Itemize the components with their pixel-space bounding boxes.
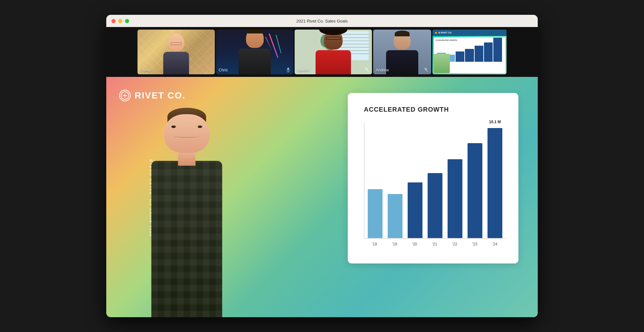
gloria-silhouette (160, 33, 192, 74)
lauren-name: Lauren (297, 68, 309, 72)
participant-tile-andrew[interactable]: Andrew (373, 30, 431, 74)
video-strip: Gloria Chris (106, 27, 538, 77)
mini-bar-6 (484, 42, 493, 62)
label-19: '19 (387, 242, 402, 246)
app-window: 2021 Rivet Co. Sales Goals (106, 15, 538, 317)
bar-group-24: 10.1 M (488, 128, 502, 238)
label-24: '24 (488, 242, 502, 246)
presenter-body (151, 161, 222, 317)
label-23: '23 (467, 242, 482, 246)
label-20: '20 (407, 242, 422, 246)
chart-title: ACCELERATED GROWTH (364, 106, 506, 113)
bar-24-value-label: 10.1 M (489, 120, 501, 124)
thumb-dot (435, 32, 437, 34)
bar-group-19 (388, 194, 402, 238)
lauren-silhouette (312, 30, 354, 74)
screen-thumb-bg: ⊟ RIVET CO. ACCELERATED GROWTH (432, 30, 507, 74)
bar-20 (408, 182, 422, 238)
thumb-presenter (434, 54, 450, 73)
x-axis-labels: '18 '19 '20 '21 '22 '23 '24 (364, 240, 506, 246)
main-content: Gloria Chris (106, 27, 538, 317)
mini-bar-7 (493, 38, 502, 62)
participant-tile-chris[interactable]: Chris (216, 30, 293, 74)
svg-rect-2 (287, 68, 289, 70)
bar-group-23 (468, 143, 482, 238)
gloria-name: Gloria (140, 68, 150, 72)
window-controls (111, 19, 129, 23)
label-21: '21 (427, 242, 442, 246)
mini-bar-3 (456, 51, 464, 62)
window-title: 2021 Rivet Co. Sales Goals (296, 19, 348, 23)
thumb-header: ⊟ RIVET CO. (432, 30, 507, 36)
presenter-head-container (164, 108, 209, 156)
presenter-right-eye (198, 125, 202, 128)
mini-bar-4 (465, 49, 474, 62)
presenter-container (126, 77, 238, 317)
bar-group-18 (368, 189, 383, 238)
bar-group-20 (408, 182, 422, 238)
chris-silhouette (235, 30, 274, 74)
mini-bar-5 (475, 46, 483, 62)
bar-chart: 10.1 M (364, 123, 506, 239)
andrew-mic-icon (423, 67, 429, 72)
bar-21 (428, 173, 442, 238)
bar-23 (468, 143, 482, 238)
maximize-button[interactable] (125, 19, 129, 23)
andrew-name: Andrew (376, 68, 389, 72)
bar-24 (488, 128, 502, 238)
bar-19 (388, 194, 402, 238)
presenter-face (164, 114, 209, 153)
screen-share-thumbnail[interactable]: ⊟ RIVET CO. ACCELERATED GROWTH (432, 30, 507, 74)
chart-container: ACCELERATED GROWTH (348, 93, 518, 263)
bar-group-22 (448, 159, 462, 238)
presenter-mouth (174, 135, 200, 138)
screen-share-area: RIVET CO. 2021 RIVET CO. SALES GOALS 202… (106, 77, 538, 317)
participant-tile-gloria[interactable]: Gloria (137, 30, 215, 74)
plaid-pattern (151, 161, 222, 317)
bar-18 (368, 189, 383, 238)
andrew-silhouette (384, 32, 420, 74)
bar-group-21 (428, 173, 442, 238)
label-22: '22 (447, 242, 462, 246)
participant-tile-lauren[interactable]: Lauren (295, 30, 372, 74)
thumb-logo: ⊟ RIVET CO. (438, 32, 452, 34)
title-bar: 2021 Rivet Co. Sales Goals (106, 15, 538, 27)
lauren-mic-icon (364, 67, 369, 72)
close-button[interactable] (111, 19, 116, 23)
presenter-left-eye (171, 125, 176, 128)
bar-22 (448, 159, 462, 238)
chris-name: Chris (219, 68, 228, 72)
minimize-button[interactable] (118, 19, 122, 23)
chris-mic-icon (286, 67, 291, 72)
label-18: '18 (367, 242, 382, 246)
